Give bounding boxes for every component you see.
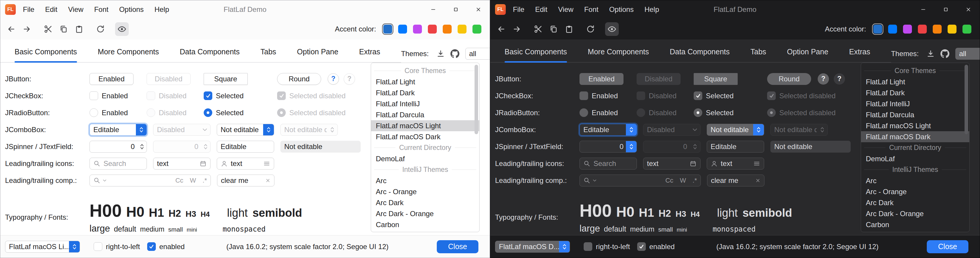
checkbox-icon[interactable] xyxy=(584,242,592,251)
date-field[interactable]: text xyxy=(153,158,210,169)
accent-swatch-yellow[interactable] xyxy=(948,25,956,33)
theme-item[interactable]: FlatLaf Light xyxy=(861,76,969,87)
maximize-icon[interactable] xyxy=(934,0,957,19)
theme-item[interactable]: Arc Dark - Orange xyxy=(861,208,969,219)
radio-enabled[interactable]: Enabled xyxy=(579,108,636,117)
paste-icon[interactable] xyxy=(562,22,576,36)
cut-icon[interactable] xyxy=(41,22,55,36)
themes-filter-combobox[interactable]: all xyxy=(465,48,490,60)
menu-view[interactable]: View xyxy=(63,0,89,19)
eye-icon[interactable] xyxy=(605,22,619,36)
checkbox-selected[interactable]: Selected xyxy=(204,92,277,100)
close-dialog-button[interactable]: Close xyxy=(927,240,969,253)
spinner-value[interactable]: 0 xyxy=(580,142,626,151)
right-to-left-checkbox[interactable]: right-to-left xyxy=(94,242,140,251)
theme-item[interactable]: FlatLaf Dark xyxy=(371,87,479,98)
combo-arrows-icon[interactable] xyxy=(559,241,570,252)
titlebar[interactable]: FL File Edit View Font Options Help Flat… xyxy=(0,0,490,19)
menu-icon[interactable] xyxy=(263,160,270,167)
spinner[interactable]: 0 xyxy=(89,141,147,153)
forward-icon[interactable] xyxy=(510,22,523,36)
copy-icon[interactable] xyxy=(547,22,560,36)
theme-item[interactable]: FlatLaf IntelliJ xyxy=(371,98,479,109)
calendar-icon[interactable] xyxy=(689,160,697,167)
search-field[interactable]: Search xyxy=(579,158,637,169)
theme-item[interactable]: FlatLaf macOS Dark xyxy=(371,131,479,142)
checkbox-icon[interactable] xyxy=(579,92,588,100)
menu-view[interactable]: View xyxy=(553,0,579,19)
checkbox-icon[interactable] xyxy=(204,92,212,100)
radio-icon[interactable] xyxy=(89,108,98,117)
close-dialog-button[interactable]: Close xyxy=(437,240,479,253)
scrollbar-thumb[interactable] xyxy=(964,65,968,134)
radio-icon[interactable] xyxy=(579,108,588,117)
menu-help[interactable]: Help xyxy=(639,0,664,19)
regex-search-field[interactable]: Cc W .* xyxy=(89,174,211,187)
chevron-down-icon[interactable] xyxy=(593,179,597,182)
whole-word-button[interactable]: W xyxy=(190,177,196,184)
accent-swatch-purple[interactable] xyxy=(413,25,422,33)
checkbox-icon[interactable] xyxy=(94,242,102,251)
theme-item[interactable]: FlatLaf macOS Light xyxy=(861,120,969,131)
accent-swatch-default[interactable] xyxy=(383,25,392,33)
combo-arrows-icon[interactable] xyxy=(136,124,146,135)
checkbox-enabled[interactable]: Enabled xyxy=(89,92,146,100)
download-theme-icon[interactable] xyxy=(436,49,445,58)
menu-file[interactable]: File xyxy=(508,0,530,19)
menu-font[interactable]: Font xyxy=(579,0,604,19)
enabled-checkbox[interactable]: enabled xyxy=(147,242,185,251)
textfield-value[interactable]: clear me xyxy=(221,176,262,185)
checkbox-selected[interactable]: Selected xyxy=(694,92,767,100)
theme-item[interactable]: Arc xyxy=(861,175,969,186)
date-field[interactable]: text xyxy=(643,158,700,169)
not-editable-combobox[interactable]: Not editable xyxy=(217,124,274,136)
checkbox-icon[interactable] xyxy=(89,92,98,100)
textfield-value[interactable]: text xyxy=(231,160,260,168)
match-case-button[interactable]: Cc xyxy=(175,177,183,184)
refresh-icon[interactable] xyxy=(94,22,107,36)
radio-icon[interactable] xyxy=(204,108,212,117)
editable-combobox[interactable]: Editable xyxy=(89,124,147,136)
accent-swatch-default[interactable] xyxy=(873,25,882,33)
close-icon[interactable] xyxy=(957,0,980,19)
theme-item[interactable]: Arc xyxy=(371,175,479,186)
tab-basic-components[interactable]: Basic Components xyxy=(14,47,77,62)
checkbox-icon[interactable] xyxy=(637,242,646,251)
combo-arrows-icon[interactable] xyxy=(753,124,764,135)
tab-option-pane[interactable]: Option Pane xyxy=(787,47,828,62)
minimize-icon[interactable] xyxy=(912,0,934,19)
themes-scrollbar[interactable] xyxy=(474,65,478,230)
accent-swatch-yellow[interactable] xyxy=(458,25,466,33)
theme-item[interactable]: FlatLaf Darcula xyxy=(371,109,479,120)
tab-data-components[interactable]: Data Components xyxy=(670,47,730,62)
accent-swatch-green[interactable] xyxy=(473,25,481,33)
radio-icon[interactable] xyxy=(694,108,702,117)
menu-edit[interactable]: Edit xyxy=(530,0,553,19)
refresh-icon[interactable] xyxy=(584,22,597,36)
menu-options[interactable]: Options xyxy=(604,0,639,19)
not-editable-textfield[interactable]: Not editable xyxy=(280,141,361,153)
square-button[interactable]: Square xyxy=(694,73,738,85)
clear-x-icon[interactable] xyxy=(755,178,760,183)
not-editable-textfield[interactable]: Not editable xyxy=(770,141,851,153)
tab-basic-components[interactable]: Basic Components xyxy=(504,47,567,62)
theme-item[interactable]: Arc Dark - Orange xyxy=(371,208,479,219)
accent-swatch-orange[interactable] xyxy=(933,25,942,33)
round-button[interactable]: Round xyxy=(277,73,321,85)
theme-item[interactable]: Carbon xyxy=(371,219,479,230)
regex-search-field[interactable]: Cc W .* xyxy=(579,174,701,187)
combo-arrows-icon[interactable] xyxy=(263,124,274,135)
github-icon[interactable] xyxy=(940,49,950,58)
lookandfeel-combobox[interactable]: FlatLaf macOS D... xyxy=(495,241,570,253)
tab-more-components[interactable]: More Components xyxy=(98,47,159,62)
theme-item[interactable]: Cobalt 2 xyxy=(861,230,969,232)
scrollbar-thumb[interactable] xyxy=(474,65,478,134)
theme-item[interactable]: Cobalt 2 xyxy=(371,230,479,232)
combo-arrows-icon[interactable] xyxy=(626,124,636,135)
eye-icon[interactable] xyxy=(115,22,129,36)
theme-item[interactable]: FlatLaf Light xyxy=(371,76,479,87)
match-case-button[interactable]: Cc xyxy=(665,177,673,184)
spinner-arrows-icon[interactable] xyxy=(626,141,636,152)
theme-item[interactable]: FlatLaf IntelliJ xyxy=(861,98,969,109)
chevron-down-icon[interactable] xyxy=(103,179,107,182)
